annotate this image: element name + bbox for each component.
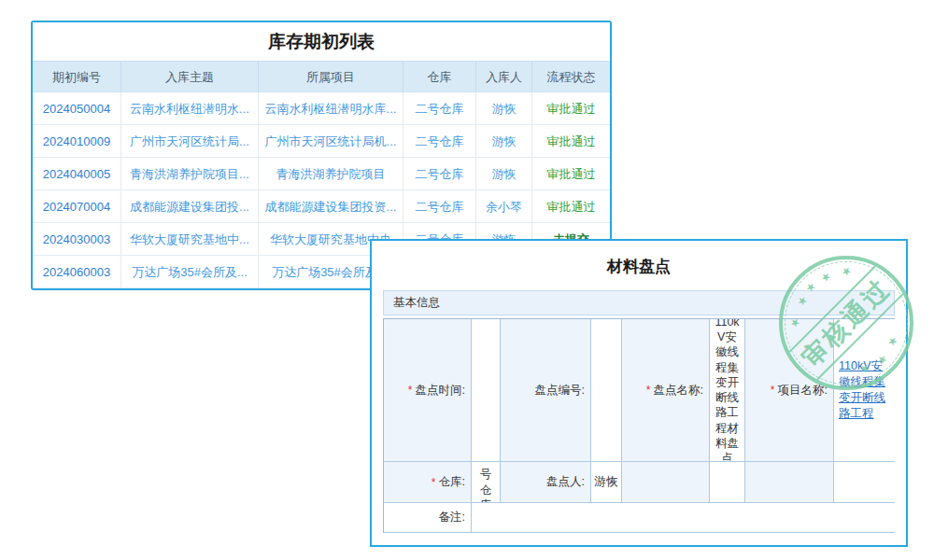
row-warehouse: 二号仓库 (403, 125, 476, 158)
row-person: 余小琴 (476, 190, 532, 223)
row-project: 云南水利枢纽潜明水库... (259, 92, 403, 125)
column-header-id: 期初编号 (33, 62, 121, 92)
row-id-link[interactable]: 2024050004 (33, 92, 121, 125)
required-mark: * (408, 384, 413, 397)
column-header-subject: 入库主题 (121, 62, 259, 92)
row-warehouse: 二号仓库 (403, 92, 476, 125)
table-row[interactable]: 2024070004 成都能源建设集团投... 成都能源建设集团投资... 二号… (33, 190, 610, 223)
row-subject: 云南水利枢纽潜明水... (121, 92, 259, 125)
empty-label-cell (622, 462, 710, 503)
check-no-value[interactable] (591, 319, 622, 462)
row-status: 审批通过 (532, 125, 610, 158)
required-mark: * (432, 476, 436, 489)
warehouse-value: 一号仓库 (472, 462, 501, 503)
empty-value-cell (710, 462, 745, 503)
row-project: 广州市天河区统计局机... (259, 125, 403, 158)
row-person: 游恢 (476, 92, 532, 125)
check-time-value[interactable] (472, 319, 501, 462)
remark-label: 备注: (384, 503, 472, 533)
table-header-row: 期初编号 入库主题 所属项目 仓库 入库人 流程状态 (33, 62, 610, 92)
project-name-label: * 项目名称: (745, 319, 834, 462)
check-time-label: * 盘点时间: (384, 319, 472, 462)
material-check-form-panel: 材料盘点 基本信息 * 盘点时间: 盘点编号: * 盘点名称: 110kV安徽线… (370, 239, 908, 547)
required-mark: * (771, 384, 775, 397)
row-subject: 青海洪湖养护院项目... (121, 158, 259, 190)
required-mark: * (646, 384, 651, 397)
check-name-value: 110kV安徽线程集变开断线路工程材料盘点 (710, 319, 745, 462)
row-person: 游恢 (476, 158, 532, 190)
column-header-status: 流程状态 (532, 62, 610, 92)
project-name-value: 110kV安徽线程集变开断线路工程 (834, 319, 895, 462)
row-project: 青海洪湖养护院项目 (259, 158, 403, 190)
row-subject: 万达广场35#会所及... (121, 256, 259, 288)
empty-label-cell (745, 462, 834, 503)
form-table: * 盘点时间: 盘点编号: * 盘点名称: 110kV安徽线程集变开断线路工程材… (383, 318, 895, 533)
project-link[interactable]: 110kV安徽线程集变开断线路工程 (839, 358, 890, 422)
remark-value[interactable] (472, 503, 895, 533)
form-title: 材料盘点 (372, 256, 906, 277)
row-status: 审批通过 (532, 190, 610, 223)
row-subject: 成都能源建设集团投... (121, 190, 259, 223)
column-header-warehouse: 仓库 (403, 62, 476, 92)
table-row[interactable]: 2024050004 云南水利枢纽潜明水... 云南水利枢纽潜明水库... 二号… (33, 92, 610, 125)
row-id-link[interactable]: 2024060003 (33, 256, 121, 288)
checker-label: 盘点人: (501, 462, 591, 503)
row-id-link[interactable]: 2024070004 (33, 190, 121, 223)
column-header-person: 入库人 (476, 62, 532, 92)
table-row[interactable]: 2024040005 青海洪湖养护院项目... 青海洪湖养护院项目 二号仓库 游… (33, 158, 610, 190)
row-id-link[interactable]: 2024040005 (33, 158, 121, 190)
list-panel-title: 库存期初列表 (33, 22, 610, 61)
row-id-link[interactable]: 2024010009 (33, 125, 121, 158)
row-person: 游恢 (476, 125, 532, 158)
row-project: 成都能源建设集团投资... (259, 190, 403, 223)
checker-value: 游恢 (591, 462, 622, 503)
check-no-label: 盘点编号: (501, 319, 591, 462)
form-row-1: * 盘点时间: 盘点编号: * 盘点名称: 110kV安徽线程集变开断线路工程材… (384, 319, 894, 462)
check-name-label: * 盘点名称: (622, 319, 710, 462)
empty-value-cell (834, 462, 895, 503)
table-row[interactable]: 2024010009 广州市天河区统计局... 广州市天河区统计局机... 二号… (33, 125, 610, 158)
form-row-2: * 仓库: 一号仓库 盘点人: 游恢 (384, 462, 894, 503)
column-header-project: 所属项目 (259, 62, 403, 92)
warehouse-label: * 仓库: (384, 462, 472, 503)
row-subject: 广州市天河区统计局... (121, 125, 259, 158)
row-status: 审批通过 (532, 158, 610, 190)
row-id-link[interactable]: 2024030003 (33, 223, 121, 256)
row-warehouse: 二号仓库 (403, 158, 476, 190)
row-warehouse: 二号仓库 (403, 190, 476, 223)
row-subject: 华软大厦研究基地中... (121, 223, 259, 256)
page: 库存期初列表 期初编号 入库主题 所属项目 仓库 入库人 流程状态 202405… (0, 0, 934, 560)
form-row-remark: 备注: (384, 503, 894, 533)
row-status: 审批通过 (532, 92, 610, 125)
section-header-basic-info: 基本信息 (383, 290, 895, 315)
